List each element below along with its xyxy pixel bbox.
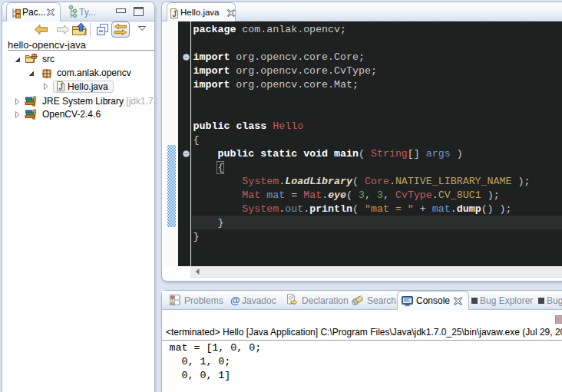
svg-text:J: J [58, 83, 63, 91]
svg-text:J: J [172, 10, 177, 18]
